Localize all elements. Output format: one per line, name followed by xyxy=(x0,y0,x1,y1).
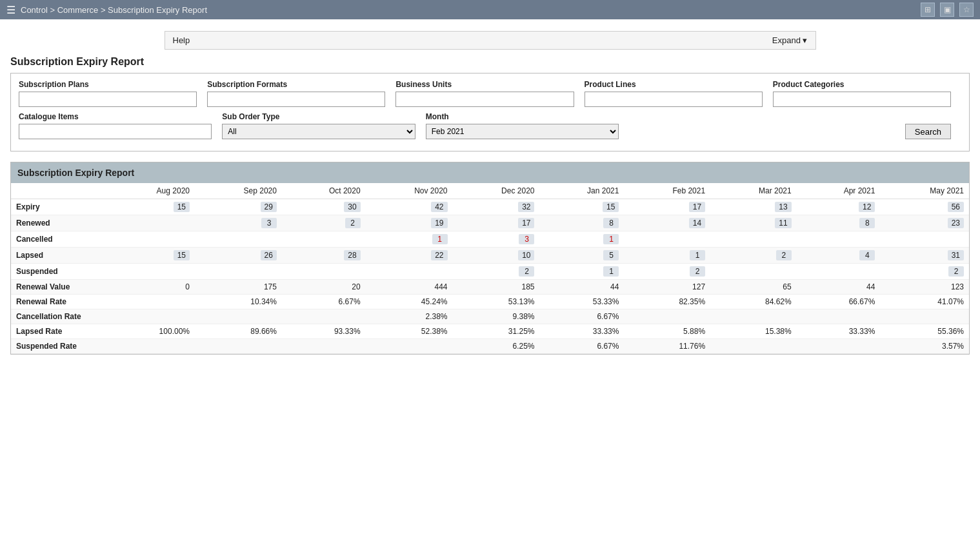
table-cell: 4 xyxy=(797,248,881,264)
table-cell xyxy=(108,309,195,324)
table-cell xyxy=(195,309,282,324)
table-row: Expiry15293042321517131256 xyxy=(11,199,969,215)
table-row: Lapsed1526282210512431 xyxy=(11,248,969,264)
table-cell xyxy=(282,309,366,324)
month-label: Month xyxy=(426,112,619,121)
table-cell: 41.07% xyxy=(880,295,969,309)
table-cell: 185 xyxy=(453,280,540,295)
product-categories-input[interactable] xyxy=(773,92,951,107)
table-cell xyxy=(108,231,195,248)
table-cell xyxy=(108,264,195,280)
row-label: Suspended xyxy=(11,264,108,280)
table-cell: 53.33% xyxy=(539,295,624,309)
table-cell: 8 xyxy=(797,215,881,231)
col-header-may2021: May 2021 xyxy=(880,183,969,199)
table-cell: 89.66% xyxy=(195,324,282,339)
table-cell: 31 xyxy=(880,248,969,264)
table-cell: 30 xyxy=(282,199,366,215)
table-cell: 15 xyxy=(539,199,624,215)
col-header-nov2020: Nov 2020 xyxy=(366,183,453,199)
table-cell: 33.33% xyxy=(539,324,624,339)
table-cell: 19 xyxy=(366,215,453,231)
subscription-plans-cell: Subscription Plans xyxy=(19,80,207,107)
table-cell xyxy=(108,215,195,231)
table-cell: 12 xyxy=(797,199,881,215)
table-cell xyxy=(282,231,366,248)
table-cell: 15 xyxy=(108,199,195,215)
breadcrumb: Control > Commerce > Subscription Expiry… xyxy=(21,5,207,15)
table-cell xyxy=(195,264,282,280)
help-label: Help xyxy=(173,35,190,45)
business-units-cell: Business Units xyxy=(395,80,584,107)
table-cell: 11.76% xyxy=(624,339,710,354)
table-cell: 53.13% xyxy=(453,295,540,309)
table-cell: 1 xyxy=(366,231,453,248)
table-cell: 2 xyxy=(710,248,797,264)
table-cell: 3.57% xyxy=(880,339,969,354)
table-cell: 23 xyxy=(880,215,969,231)
table-cell xyxy=(710,339,797,354)
product-lines-input[interactable] xyxy=(585,92,763,107)
table-cell xyxy=(797,339,881,354)
help-expand-bar: Help Expand ▾ xyxy=(165,31,816,50)
table-cell: 32 xyxy=(453,199,540,215)
table-cell: 82.35% xyxy=(624,295,710,309)
business-units-label: Business Units xyxy=(395,80,574,89)
table-cell xyxy=(282,264,366,280)
star-icon[interactable]: ☆ xyxy=(959,3,974,17)
table-cell: 3 xyxy=(453,231,540,248)
table-cell xyxy=(108,339,195,354)
search-button[interactable]: Search xyxy=(905,124,951,139)
table-row: Suspended Rate6.25%6.67%11.76%3.57% xyxy=(11,339,969,354)
catalogue-items-input[interactable] xyxy=(19,124,212,139)
monitor-icon[interactable]: ▣ xyxy=(940,3,954,17)
table-cell: 66.67% xyxy=(797,295,881,309)
table-cell: 10 xyxy=(453,248,540,264)
top-bar-left: ☰ Control > Commerce > Subscription Expi… xyxy=(6,4,207,16)
table-cell xyxy=(195,231,282,248)
month-select[interactable]: Jan 2021 Feb 2021 Mar 2021 Apr 2021 May … xyxy=(426,124,619,139)
col-header-oct2020: Oct 2020 xyxy=(282,183,366,199)
subscription-plans-input[interactable] xyxy=(19,92,197,107)
table-cell: 56 xyxy=(880,199,969,215)
table-cell: 9.38% xyxy=(453,309,540,324)
content-area: Help Expand ▾ Subscription Expiry Report… xyxy=(0,19,980,361)
table-cell: 29 xyxy=(195,199,282,215)
col-header-apr2021: Apr 2021 xyxy=(797,183,881,199)
row-label: Lapsed Rate xyxy=(11,324,108,339)
report-table: Aug 2020 Sep 2020 Oct 2020 Nov 2020 Dec … xyxy=(11,183,969,354)
col-header-dec2020: Dec 2020 xyxy=(453,183,540,199)
table-cell xyxy=(880,231,969,248)
table-cell: 44 xyxy=(539,280,624,295)
sub-order-type-label: Sub Order Type xyxy=(222,112,415,121)
subscription-formats-input[interactable] xyxy=(207,92,385,107)
business-units-input[interactable] xyxy=(395,92,574,107)
subscription-plans-label: Subscription Plans xyxy=(19,80,197,89)
table-cell: 11 xyxy=(710,215,797,231)
row-label: Lapsed xyxy=(11,248,108,264)
table-cell: 52.38% xyxy=(366,324,453,339)
table-row: Cancelled131 xyxy=(11,231,969,248)
table-row: Renewal Rate10.34%6.67%45.24%53.13%53.33… xyxy=(11,295,969,309)
table-cell xyxy=(797,231,881,248)
subscription-formats-label: Subscription Formats xyxy=(207,80,385,89)
table-cell: 6.25% xyxy=(453,339,540,354)
table-cell: 17 xyxy=(453,215,540,231)
table-cell: 6.67% xyxy=(539,309,624,324)
report-section: Subscription Expiry Report Aug 2020 Sep … xyxy=(10,162,970,355)
table-row: Cancellation Rate2.38%9.38%6.67% xyxy=(11,309,969,324)
table-cell: 123 xyxy=(880,280,969,295)
sub-order-type-select[interactable]: All New Renewal Upgrade xyxy=(222,124,415,139)
hamburger-icon[interactable]: ☰ xyxy=(6,4,15,16)
table-cell: 2 xyxy=(453,264,540,280)
table-cell: 22 xyxy=(366,248,453,264)
grid-icon[interactable]: ⊞ xyxy=(921,3,935,17)
table-cell: 55.36% xyxy=(880,324,969,339)
product-lines-label: Product Lines xyxy=(585,80,763,89)
table-cell: 2.38% xyxy=(366,309,453,324)
expand-button[interactable]: Expand ▾ xyxy=(772,35,808,45)
filter-row-1: Subscription Plans Subscription Formats … xyxy=(19,80,961,107)
table-cell: 17 xyxy=(624,199,710,215)
table-cell xyxy=(108,295,195,309)
table-cell: 1 xyxy=(539,231,624,248)
